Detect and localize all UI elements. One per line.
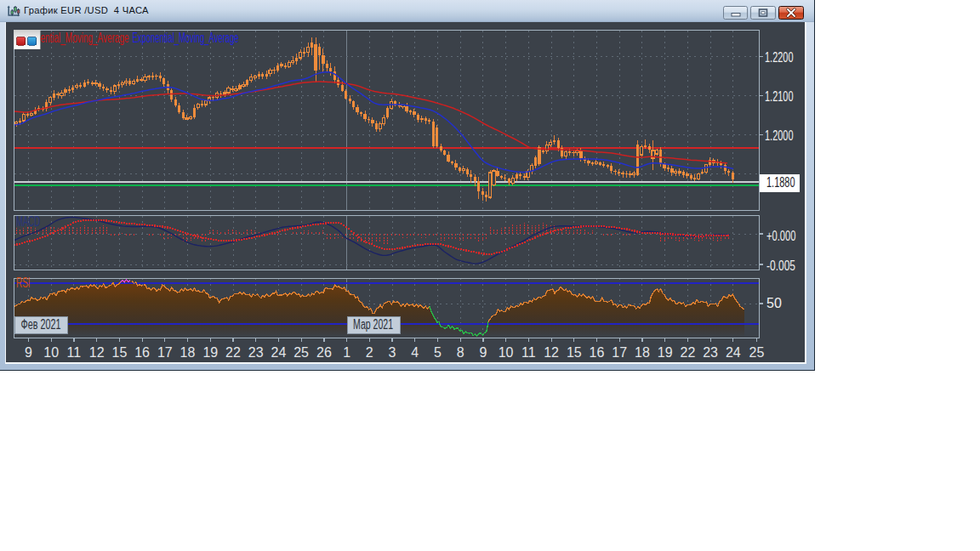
svg-text:+0.000: +0.000	[766, 229, 796, 243]
svg-text:22: 22	[681, 345, 696, 360]
svg-text:1.1880: 1.1880	[766, 175, 795, 190]
svg-text:24: 24	[271, 345, 287, 360]
svg-text:25: 25	[293, 345, 309, 360]
svg-text:1.2000: 1.2000	[765, 128, 794, 143]
svg-text:10: 10	[499, 345, 514, 360]
svg-text:50: 50	[766, 296, 782, 310]
svg-text:4: 4	[411, 345, 419, 360]
svg-text:3: 3	[389, 345, 396, 360]
svg-text:18: 18	[180, 345, 196, 360]
svg-text:18: 18	[635, 345, 650, 360]
svg-text:10: 10	[43, 345, 59, 360]
svg-text:2: 2	[366, 345, 373, 360]
svg-text:24: 24	[726, 345, 741, 360]
svg-text:1.2200: 1.2200	[765, 50, 794, 65]
svg-text:19: 19	[202, 345, 218, 360]
svg-text:9: 9	[25, 345, 32, 360]
svg-text:23: 23	[248, 345, 264, 360]
svg-text:9: 9	[479, 345, 487, 360]
svg-text:23: 23	[703, 345, 718, 360]
svg-text:MACD: MACD	[16, 214, 40, 229]
svg-text:Мар 2021: Мар 2021	[353, 317, 393, 332]
svg-text:22: 22	[225, 345, 241, 360]
svg-text:16: 16	[134, 345, 150, 360]
svg-text:25: 25	[749, 345, 765, 360]
svg-text:12: 12	[544, 345, 559, 360]
svg-text:26: 26	[316, 345, 332, 360]
svg-text:1: 1	[343, 345, 350, 360]
svg-text:RSI: RSI	[16, 276, 31, 290]
svg-text:-0.005: -0.005	[766, 258, 795, 273]
svg-text:11: 11	[521, 345, 536, 360]
svg-text:19: 19	[658, 345, 673, 360]
svg-text:5: 5	[434, 345, 442, 360]
svg-text:Фев 2021: Фев 2021	[21, 317, 61, 332]
svg-text:15: 15	[112, 345, 128, 360]
svg-text:17: 17	[612, 345, 627, 360]
svg-text:Exponential_Moving_Average: Exponential_Moving_Average	[133, 31, 239, 46]
svg-text:12: 12	[89, 345, 105, 360]
svg-text:1.2100: 1.2100	[765, 89, 794, 104]
svg-text:11: 11	[67, 345, 82, 360]
svg-text:16: 16	[590, 345, 605, 360]
svg-text:17: 17	[157, 345, 173, 360]
svg-text:ential_Moving_Average: ential_Moving_Average	[41, 31, 129, 46]
svg-text:15: 15	[567, 345, 582, 360]
svg-text:8: 8	[457, 345, 464, 360]
